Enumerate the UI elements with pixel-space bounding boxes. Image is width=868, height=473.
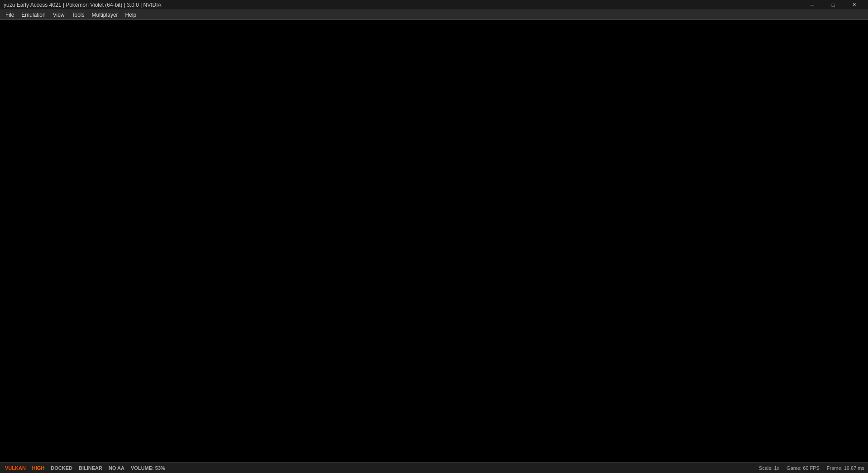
menu-tools[interactable]: Tools [68, 10, 88, 20]
menu-multiplayer[interactable]: Multiplayer [88, 10, 122, 20]
status-bar: VULKAN HIGH DOCKED BILINEAR NO AA VOLUME… [0, 462, 868, 473]
status-high: HIGH [31, 465, 46, 471]
status-fps: Game: 60 FPS [787, 465, 820, 471]
status-left: VULKAN HIGH DOCKED BILINEAR NO AA VOLUME… [4, 465, 167, 471]
menu-file[interactable]: File [2, 10, 18, 20]
status-right: Scale: 1x Game: 60 FPS Frame: 16.67 ms [759, 465, 864, 471]
title-bar: yuzu Early Access 4021 | Pokémon Violet … [0, 0, 868, 10]
menu-view[interactable]: View [49, 10, 68, 20]
status-scale: Scale: 1x [759, 465, 779, 471]
status-docked: DOCKED [49, 465, 74, 471]
menu-emulation[interactable]: Emulation [18, 10, 49, 20]
window-title: yuzu Early Access 4021 | Pokémon Violet … [4, 2, 162, 8]
menu-bar: File Emulation View Tools Multiplayer He… [0, 10, 868, 20]
status-frame: Frame: 16.67 ms [827, 465, 864, 471]
status-no-aa: NO AA [107, 465, 126, 471]
restore-button[interactable]: □ [823, 0, 844, 10]
window-controls: ─ □ ✕ [802, 0, 864, 10]
close-button[interactable]: ✕ [844, 0, 864, 10]
game-viewport [0, 20, 868, 462]
status-bilinear: BILINEAR [77, 465, 104, 471]
status-vulkan: VULKAN [4, 465, 27, 471]
menu-help[interactable]: Help [122, 10, 140, 20]
status-volume: VOLUME: 53% [129, 465, 167, 471]
minimize-button[interactable]: ─ [802, 0, 823, 10]
